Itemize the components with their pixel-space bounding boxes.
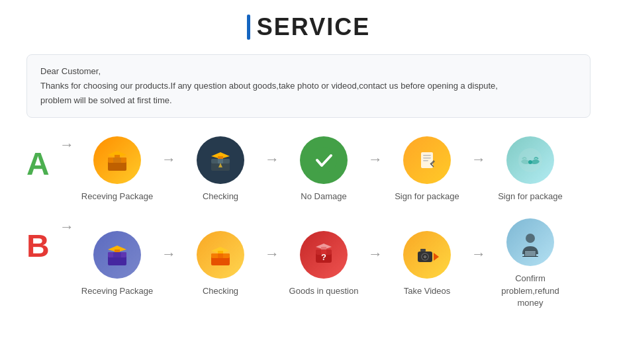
icon-b-3: ? bbox=[300, 231, 348, 279]
icon-b-2 bbox=[197, 231, 244, 279]
label-b-5: Confirm problem,refundmoney bbox=[487, 273, 573, 309]
flow-steps-b: Receving Package → Checking → bbox=[74, 218, 591, 309]
svg-rect-7 bbox=[218, 159, 223, 163]
svg-rect-38 bbox=[420, 249, 426, 251]
svg-text:?: ? bbox=[321, 252, 326, 262]
arrow-b-4: → bbox=[471, 247, 486, 261]
arrow-start-a: → bbox=[60, 136, 74, 154]
step-a-5: Sign for package bbox=[487, 136, 573, 203]
notice-line1: Dear Customer, bbox=[40, 64, 577, 79]
icon-a-2 bbox=[197, 136, 244, 184]
svg-rect-22 bbox=[115, 250, 120, 252]
svg-rect-13 bbox=[423, 158, 431, 159]
label-a-2: Checking bbox=[203, 191, 238, 203]
svg-rect-9 bbox=[218, 156, 223, 159]
label-a-4: Sign for package bbox=[395, 191, 459, 203]
icon-b-4 bbox=[403, 231, 451, 279]
icon-a-4 bbox=[403, 136, 451, 184]
arrow-b-1: → bbox=[162, 247, 176, 261]
icon-b-1 bbox=[93, 231, 141, 279]
svg-marker-39 bbox=[434, 253, 439, 261]
section-b-letter: B bbox=[26, 230, 60, 262]
step-a-4: Sign for package bbox=[384, 136, 470, 203]
svg-rect-43 bbox=[522, 256, 538, 257]
svg-point-10 bbox=[310, 147, 337, 173]
arrow-a-3: → bbox=[368, 152, 383, 167]
step-a-2: Checking bbox=[177, 136, 263, 203]
svg-rect-12 bbox=[423, 155, 431, 156]
svg-point-40 bbox=[526, 234, 535, 243]
step-a-1: Receving Package bbox=[74, 136, 160, 203]
arrow-a-1: → bbox=[162, 152, 176, 167]
step-b-2: Checking bbox=[177, 231, 263, 297]
icon-a-1 bbox=[93, 136, 141, 184]
flow-steps-a: Receving Package → Checking → bbox=[74, 136, 591, 203]
arrow-start-b: → bbox=[60, 218, 74, 236]
step-b-4: Take Videos bbox=[384, 231, 470, 297]
svg-rect-2 bbox=[113, 158, 121, 163]
arrow-a-2: → bbox=[265, 152, 279, 167]
flow-section-b: B → Receving Package → bbox=[26, 218, 591, 309]
label-a-3: No Damage bbox=[301, 191, 346, 203]
svg-rect-25 bbox=[218, 253, 223, 258]
label-b-4: Take Videos bbox=[404, 285, 451, 297]
svg-rect-20 bbox=[113, 252, 121, 257]
svg-rect-4 bbox=[115, 155, 120, 158]
notice-line3: problem will be solved at first time. bbox=[40, 93, 577, 108]
step-b-5: Confirm problem,refundmoney bbox=[487, 218, 573, 309]
svg-point-17 bbox=[528, 160, 532, 164]
title-accent-bar bbox=[247, 15, 250, 40]
page-title: SERVICE bbox=[26, 13, 591, 41]
label-a-5: Sign for package bbox=[498, 191, 563, 203]
svg-rect-42 bbox=[525, 251, 536, 256]
svg-rect-14 bbox=[423, 160, 428, 161]
svg-point-37 bbox=[424, 255, 427, 258]
svg-rect-27 bbox=[218, 251, 223, 253]
arrow-b-2: → bbox=[265, 247, 279, 261]
step-b-3: ? Goods in question bbox=[281, 231, 367, 297]
label-b-3: Goods in question bbox=[289, 285, 359, 297]
section-a-letter: A bbox=[26, 148, 60, 180]
step-b-1: Receving Package bbox=[74, 231, 160, 297]
svg-rect-32 bbox=[321, 247, 326, 250]
icon-b-5 bbox=[506, 218, 554, 266]
icon-a-5 bbox=[506, 136, 554, 184]
step-a-3: No Damage bbox=[281, 136, 367, 203]
notice-line2: Thanks for choosing our products.If any … bbox=[40, 79, 577, 93]
arrow-a-4: → bbox=[471, 152, 486, 167]
icon-a-3 bbox=[300, 136, 348, 184]
label-b-1: Receving Package bbox=[81, 285, 153, 297]
flow-section-a: A → Receving Package → bbox=[26, 136, 591, 203]
notice-box: Dear Customer, Thanks for choosing our p… bbox=[26, 54, 591, 118]
arrow-b-3: → bbox=[368, 247, 383, 261]
label-a-1: Receving Package bbox=[81, 191, 153, 203]
label-b-2: Checking bbox=[203, 285, 238, 297]
